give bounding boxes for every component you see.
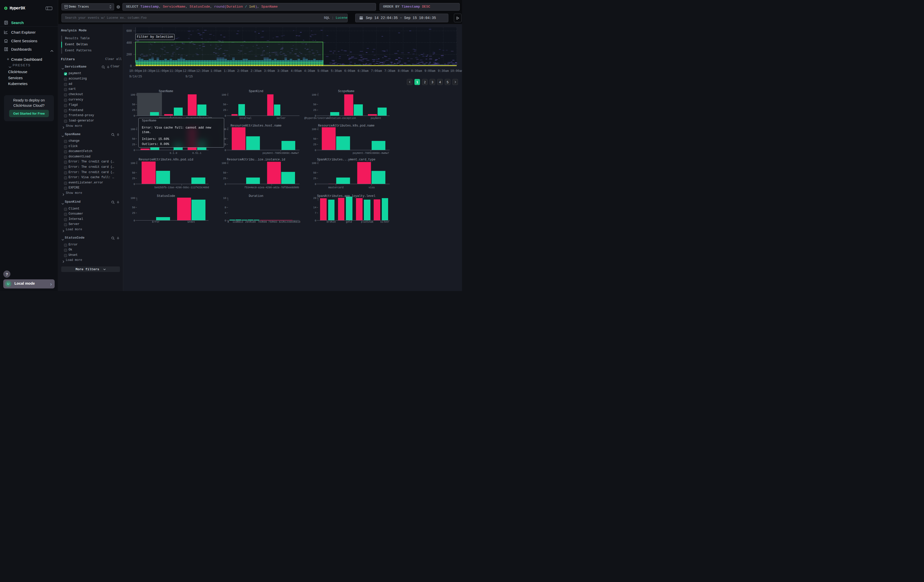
svg-text:ResourceAttributes.host.name: ResourceAttributes.host.name [231,124,282,127]
svg-text:100: 100 [222,162,226,165]
svg-text:100: 100 [312,162,316,165]
svg-text:7: 7 [315,212,316,214]
svg-text:16: 16 [223,197,226,199]
svg-text:4: 4 [225,212,226,214]
svg-text:0: 0 [315,149,316,152]
svg-text:25: 25 [313,177,316,180]
svg-text:50: 50 [313,103,316,106]
svg-text:50: 50 [313,138,316,140]
svg-text:50: 50 [132,206,135,209]
svg-text:100: 100 [312,94,316,96]
svg-text:50: 50 [313,171,316,174]
svg-text:25: 25 [223,177,226,180]
svg-text:Duration: Duration [249,195,263,198]
svg-text:ScopeName: ScopeName [338,89,355,93]
svg-text:payment-7985c8969c-mwmw7: payment-7985c8969c-mwmw7 [353,152,389,155]
svg-text:50: 50 [223,171,226,174]
svg-text:0: 0 [228,221,229,223]
svg-text:25: 25 [132,177,135,180]
svg-text:ResourceAttributes.k8s.pod.nam: ResourceAttributes.k8s.pod.name [318,124,375,127]
svg-text:25: 25 [132,109,135,112]
svg-text:50: 50 [132,103,135,106]
svg-text:14: 14 [313,206,316,209]
svg-text:SpanAttributes...yment.card_ty: SpanAttributes...yment.card_type [317,158,375,162]
svg-text:50: 50 [132,171,135,174]
svg-text:Unset: Unset [188,221,195,223]
svg-text:28: 28 [313,197,316,199]
svg-text:bronze: bronze [327,221,336,223]
svg-text:25: 25 [223,109,226,112]
svg-text:SpanKind: SpanKind [249,89,263,93]
svg-text:Error: Error [152,221,160,223]
svg-text:Server: Server [277,117,285,120]
svg-text:25: 25 [313,109,316,112]
svg-text:8: 8 [225,206,226,209]
svg-text:25: 25 [313,143,316,146]
svg-text:99930810: 99930810 [288,221,300,223]
svg-text:payment-7985c8969c-mwmw7: payment-7985c8969c-mwmw7 [262,152,299,155]
svg-text:visa: visa [369,186,375,189]
svg-text:mastercard: mastercard [328,186,343,189]
svg-text:100: 100 [130,94,135,96]
svg-text:gold: gold [346,221,352,223]
svg-text:0: 0 [134,183,135,186]
svg-text:50: 50 [223,103,226,106]
svg-text:platinum: platinum [361,221,373,223]
svg-text:1198813: 1198813 [233,221,243,223]
svg-text:0: 0 [315,183,316,186]
svg-text:SpanName: SpanName [158,89,173,93]
svg-text:ResourceAttribu..ice.instance.: ResourceAttribu..ice.instance.id [227,158,285,162]
svg-text:0: 0 [225,219,226,222]
svg-text:100: 100 [130,162,135,165]
svg-text:2944180: 2944180 [245,221,256,223]
svg-text:100: 100 [312,128,316,131]
svg-text:822013: 822013 [279,221,288,223]
svg-text:silver: silver [380,221,389,223]
svg-text:0: 0 [134,149,135,152]
svg-text:0: 0 [225,149,226,152]
svg-text:0: 0 [225,183,226,186]
svg-text:payment: payment [371,117,381,120]
svg-text:25: 25 [132,143,135,146]
svg-text:0: 0 [225,115,226,117]
svg-text:703098: 703098 [258,221,267,223]
svg-text:0: 0 [134,219,135,222]
svg-text:100: 100 [130,197,135,199]
svg-text:25: 25 [132,212,135,214]
svg-text:0: 0 [134,115,135,117]
svg-text:0.51.1: 0.51.1 [192,152,201,155]
svg-text:100: 100 [222,94,226,96]
svg-text:0.1.0: 0.1.0 [170,152,177,155]
svg-text:Internal: Internal [239,117,251,120]
svg-text:@hyperdx/instrumentation-excep: @hyperdx/instrumentation-exception [304,117,356,120]
svg-text:100: 100 [130,128,135,131]
svg-text:50: 50 [132,138,135,140]
svg-text:5e02b5fb-13ae-4296-bbbc-111f42: 5e02b5fb-13ae-4296-bbbc-111f423c460d [154,186,209,189]
svg-text:759483: 759483 [268,221,277,223]
svg-text:f5344ec9-a1ea-4290-a62a-78f5be: f5344ec9-a1ea-4290-a62a-78f5bee8d90b [244,186,299,189]
svg-text:SpanAttributes.app.loyalty.lev: SpanAttributes.app.loyalty.level [317,195,375,198]
svg-text:0: 0 [315,219,316,222]
svg-text:StatusCode: StatusCode [157,195,175,198]
svg-text:ResourceAttributes.k8s.pod.uid: ResourceAttributes.k8s.pod.uid [139,158,193,162]
